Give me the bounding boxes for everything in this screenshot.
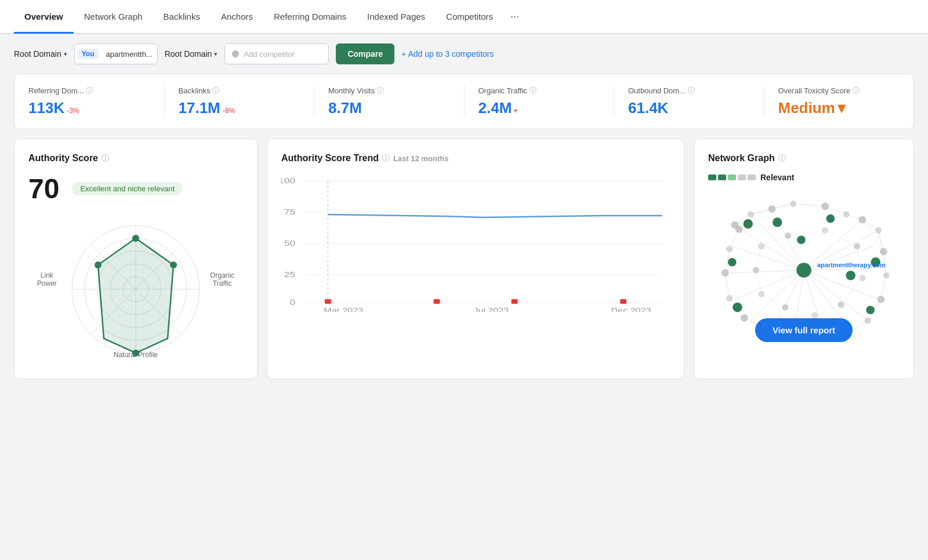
svg-line-75	[762, 235, 788, 246]
metric-label-outbound: Outbound Dom...	[628, 86, 686, 95]
network-graph-card: Network Graph ⓘ Relevant	[694, 139, 914, 379]
nav-backlinks[interactable]: Backlinks	[153, 1, 211, 34]
svg-point-95	[878, 296, 885, 303]
svg-line-46	[735, 270, 804, 299]
competitor-dot-icon	[232, 50, 239, 57]
you-domain-input[interactable]: You apartmentth...	[74, 43, 158, 64]
svg-point-102	[726, 295, 733, 301]
nav-referring-domains[interactable]: Referring Domains	[263, 1, 357, 34]
svg-point-92	[875, 227, 882, 234]
metric-outbound-domains: Outbound Dom... ⓘ 61.4K	[614, 86, 764, 117]
svg-rect-25	[325, 299, 331, 304]
svg-point-115	[753, 267, 759, 274]
view-full-report-button[interactable]: View full report	[755, 318, 853, 342]
legend-seg-green2	[718, 174, 726, 180]
svg-point-107	[785, 232, 791, 239]
metric-value-monthly: 8.7M	[328, 99, 450, 117]
svg-point-119	[866, 306, 875, 314]
svg-line-52	[793, 203, 825, 206]
authority-score-value: 70	[28, 173, 59, 205]
metric-backlinks: Backlinks ⓘ 17.1M -8%	[165, 86, 315, 117]
svg-point-126	[846, 271, 855, 281]
authority-score-badge: Excellent and niche relevant	[72, 182, 183, 195]
svg-line-71	[862, 220, 884, 252]
root-domain-dropdown-2[interactable]: Root Domain ▾	[165, 49, 218, 59]
metric-referring-domains: Referring Dom... ⓘ 113K -3%	[14, 86, 165, 117]
svg-line-83	[756, 270, 762, 294]
svg-point-105	[735, 226, 743, 233]
svg-point-116	[773, 217, 782, 227]
svg-line-84	[756, 246, 762, 270]
network-graph-area: apartmenttherapy.com View full report	[708, 189, 900, 351]
info-icon-toxicity[interactable]: ⓘ	[853, 86, 860, 96]
svg-point-101	[741, 314, 748, 322]
svg-line-66	[725, 273, 729, 299]
svg-point-86	[748, 211, 754, 217]
authority-score-card: Authority Score ⓘ 70 Excellent and niche…	[14, 139, 258, 379]
cards-row: Authority Score ⓘ 70 Excellent and niche…	[14, 139, 914, 379]
svg-point-108	[822, 227, 828, 234]
nav-overview[interactable]: Overview	[14, 1, 74, 34]
chevron-down-icon: ▾	[64, 50, 67, 58]
metric-value-outbound: 61.4K	[628, 99, 750, 117]
chevron-down-icon-2: ▾	[214, 50, 217, 58]
radar-link-power-label: LinkPower	[37, 271, 57, 288]
svg-point-122	[733, 303, 742, 312]
radar-organic-label: OrganicTraffic	[210, 271, 234, 288]
svg-line-77	[825, 230, 857, 246]
legend-seg-gray	[738, 174, 746, 180]
top-nav: Overview Network Graph Backlinks Anchors…	[0, 0, 928, 34]
metric-label-backlinks: Backlinks	[179, 86, 211, 95]
compare-button[interactable]: Compare	[336, 43, 394, 64]
add-competitors-link[interactable]: + Add up to 3 competitors	[401, 49, 494, 59]
svg-line-69	[735, 209, 772, 226]
nav-more-button[interactable]: ···	[506, 0, 524, 33]
info-icon-authority[interactable]: ⓘ	[102, 153, 109, 163]
svg-point-103	[722, 269, 729, 277]
legend-seg-light	[728, 174, 736, 180]
svg-point-89	[821, 203, 829, 210]
svg-text:Dec 2023: Dec 2023	[611, 307, 651, 312]
legend-seg-gray2	[748, 174, 756, 180]
svg-text:75: 75	[284, 208, 295, 216]
competitor-input[interactable]: Add competitor	[224, 43, 329, 64]
svg-line-82	[762, 294, 785, 307]
nav-anchors[interactable]: Anchors	[211, 1, 263, 34]
metric-monthly-visits: Monthly Visits ⓘ 8.7M	[314, 86, 465, 117]
info-icon-outbound[interactable]: ⓘ	[688, 86, 695, 96]
filter-bar: Root Domain ▾ You apartmentth... Root Do…	[0, 34, 928, 64]
svg-point-10	[132, 235, 139, 242]
info-icon-network[interactable]: ⓘ	[778, 153, 786, 163]
info-icon-referring[interactable]: ⓘ	[86, 86, 93, 96]
legend-bar	[708, 174, 756, 180]
svg-point-117	[826, 214, 835, 223]
trend-title: Authority Score Trend	[281, 153, 379, 163]
nav-indexed-pages[interactable]: Indexed Pages	[357, 1, 436, 34]
metric-value-toxicity: Medium ▾	[778, 99, 900, 117]
svg-point-110	[859, 275, 865, 281]
svg-point-88	[790, 201, 796, 207]
svg-point-123	[728, 258, 737, 267]
radar-svg	[60, 214, 211, 365]
metric-value-organic: 2.4M ▾	[478, 99, 600, 117]
info-icon-trend[interactable]: ⓘ	[382, 153, 390, 163]
svg-point-91	[858, 216, 866, 224]
svg-point-113	[782, 304, 788, 311]
root-domain-dropdown-1[interactable]: Root Domain ▾	[14, 49, 67, 59]
nav-network-graph[interactable]: Network Graph	[74, 1, 153, 34]
svg-line-47	[730, 270, 804, 273]
info-icon-backlinks[interactable]: ⓘ	[212, 86, 219, 96]
svg-point-127	[796, 263, 811, 278]
trend-svg: 100 75 50 25 0	[281, 173, 670, 312]
svg-point-96	[865, 318, 871, 324]
info-icon-monthly[interactable]: ⓘ	[377, 86, 384, 96]
info-icon-organic[interactable]: ⓘ	[530, 86, 536, 96]
svg-text:50: 50	[284, 239, 295, 247]
svg-text:apartmenttherapy.com: apartmenttherapy.com	[817, 261, 886, 268]
trend-chart: 100 75 50 25 0	[281, 173, 670, 312]
nav-competitors[interactable]: Competitors	[436, 1, 503, 34]
svg-point-112	[811, 312, 818, 318]
network-legend: Relevant	[708, 173, 900, 182]
svg-text:Mar 2023: Mar 2023	[324, 307, 363, 312]
svg-text:25: 25	[284, 270, 295, 278]
